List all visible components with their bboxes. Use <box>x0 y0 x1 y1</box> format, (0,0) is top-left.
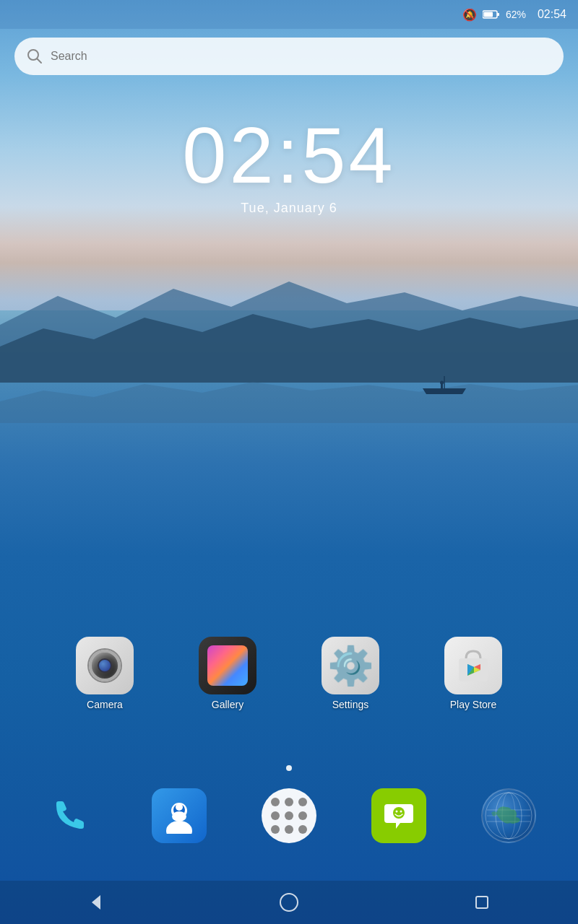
back-button[interactable] <box>74 881 118 924</box>
svg-line-10 <box>38 59 42 64</box>
messenger-svg <box>381 798 416 833</box>
page-indicator <box>0 765 578 771</box>
camera-icon <box>76 637 134 694</box>
clock-date: Tue, January 6 <box>0 201 578 216</box>
drawer-dot-2 <box>285 798 293 806</box>
svg-rect-32 <box>476 897 488 908</box>
camera-lens-inner <box>98 658 112 673</box>
notification-muted-icon: 🔕 <box>462 8 477 22</box>
svg-point-17 <box>166 821 192 834</box>
app-playstore[interactable]: Play Store <box>423 637 524 710</box>
playstore-bag-icon <box>453 645 493 686</box>
search-icon <box>26 48 43 65</box>
app-row: Camera Gallery ⚙️ Settings Play <box>0 637 578 710</box>
bottom-dock <box>0 787 578 845</box>
svg-marker-2 <box>0 382 578 423</box>
gear-icon: ⚙️ <box>327 647 374 684</box>
dock-contacts[interactable] <box>150 787 208 845</box>
home-button[interactable] <box>267 881 311 924</box>
contacts-icon <box>152 788 207 843</box>
svg-point-31 <box>280 894 298 911</box>
drawer-dots <box>271 798 307 834</box>
battery-icon <box>483 9 500 19</box>
dock-drawer[interactable] <box>260 787 318 845</box>
playstore-label: Play Store <box>450 699 497 710</box>
svg-point-19 <box>176 803 183 811</box>
gallery-label: Gallery <box>212 699 243 710</box>
svg-point-23 <box>400 811 402 813</box>
app-gallery[interactable]: Gallery <box>177 637 278 710</box>
drawer-dot-7 <box>271 825 280 834</box>
dock-phone[interactable] <box>40 787 98 845</box>
battery-percent: 62% <box>506 9 526 20</box>
clock-time: 02:54 <box>0 116 578 195</box>
drawer-dot-5 <box>285 811 293 820</box>
phone-icon <box>48 794 91 837</box>
mountains <box>0 267 578 383</box>
status-time: 02:54 <box>538 8 566 21</box>
svg-point-20 <box>172 811 186 821</box>
svg-point-22 <box>396 811 398 813</box>
app-settings[interactable]: ⚙️ Settings <box>300 637 401 710</box>
drawer-dot-9 <box>298 825 307 834</box>
svg-point-21 <box>393 807 405 819</box>
contacts-svg <box>161 798 197 834</box>
drawer-dot-6 <box>298 811 307 820</box>
gallery-icon <box>199 637 256 694</box>
svg-rect-7 <box>497 13 499 16</box>
settings-icon: ⚙️ <box>322 637 379 694</box>
svg-rect-8 <box>483 12 493 17</box>
drawer-icon <box>262 788 316 843</box>
playstore-icon <box>444 637 502 694</box>
boat <box>419 374 470 396</box>
globe-icon <box>481 788 536 843</box>
gallery-inner <box>207 645 248 686</box>
dock-browser[interactable] <box>480 787 538 845</box>
search-input[interactable] <box>51 50 552 63</box>
drawer-dot-3 <box>298 798 307 806</box>
messenger-icon <box>371 788 426 843</box>
drawer-dot-8 <box>285 825 293 834</box>
page-dot-active <box>286 765 292 771</box>
svg-rect-4 <box>441 384 443 388</box>
camera-label: Camera <box>87 699 123 710</box>
svg-marker-30 <box>92 895 100 910</box>
dock-messenger[interactable] <box>370 787 428 845</box>
nav-bar <box>0 881 578 924</box>
search-bar[interactable] <box>14 38 564 75</box>
status-bar: 🔕 62% 02:54 <box>0 0 578 29</box>
drawer-dot-1 <box>271 798 280 806</box>
camera-lens <box>89 650 121 681</box>
settings-label: Settings <box>332 699 369 710</box>
svg-point-5 <box>440 381 444 385</box>
globe-svg <box>484 791 533 840</box>
recents-button[interactable] <box>460 881 504 924</box>
clock-container: 02:54 Tue, January 6 <box>0 116 578 216</box>
app-camera[interactable]: Camera <box>54 637 155 710</box>
drawer-dot-4 <box>271 811 280 820</box>
mountains-reflection <box>0 371 578 423</box>
